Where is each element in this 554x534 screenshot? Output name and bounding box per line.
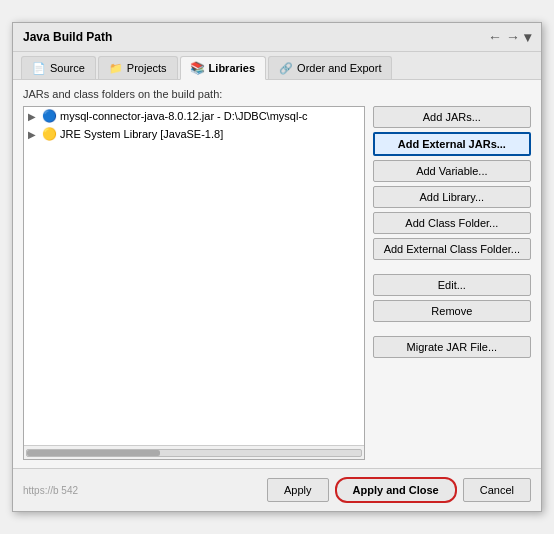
- scroll-thumb: [27, 450, 160, 456]
- dropdown-icon[interactable]: ▾: [524, 29, 531, 45]
- jre-icon: 🟡: [42, 127, 56, 141]
- forward-icon[interactable]: →: [506, 29, 520, 45]
- list-description: JARs and class folders on the build path…: [23, 88, 531, 100]
- mysql-jar-label: mysql-connector-java-8.0.12.jar - D:\JDB…: [60, 110, 308, 122]
- order-icon: 🔗: [279, 61, 293, 75]
- jar-list-content: ▶ 🔵 mysql-connector-java-8.0.12.jar - D:…: [24, 107, 364, 445]
- tab-projects[interactable]: 📁 Projects: [98, 56, 178, 79]
- list-item[interactable]: ▶ 🟡 JRE System Library [JavaSE-1.8]: [24, 125, 364, 143]
- add-variable-button[interactable]: Add Variable...: [373, 160, 531, 182]
- apply-button[interactable]: Apply: [267, 478, 329, 502]
- source-icon: 📄: [32, 61, 46, 75]
- content-area: JARs and class folders on the build path…: [13, 80, 541, 468]
- add-library-button[interactable]: Add Library...: [373, 186, 531, 208]
- edit-button[interactable]: Edit...: [373, 274, 531, 296]
- tab-order-export[interactable]: 🔗 Order and Export: [268, 56, 392, 79]
- title-bar: Java Build Path ← → ▾: [13, 23, 541, 52]
- add-external-jars-button[interactable]: Add External JARs...: [373, 132, 531, 156]
- add-jars-button[interactable]: Add JARs...: [373, 106, 531, 128]
- tab-projects-label: Projects: [127, 62, 167, 74]
- back-icon[interactable]: ←: [488, 29, 502, 45]
- add-class-folder-button[interactable]: Add Class Folder...: [373, 212, 531, 234]
- tab-source-label: Source: [50, 62, 85, 74]
- watermark-text: https://b 542: [23, 485, 261, 496]
- horizontal-scrollbar[interactable]: [24, 445, 364, 459]
- add-external-class-folder-button[interactable]: Add External Class Folder...: [373, 238, 531, 260]
- java-build-path-dialog: Java Build Path ← → ▾ 📄 Source 📁 Project…: [12, 22, 542, 512]
- dialog-bottom-buttons: https://b 542 Apply Apply and Close Canc…: [13, 468, 541, 511]
- db-jar-icon: 🔵: [42, 109, 56, 123]
- main-panel: ▶ 🔵 mysql-connector-java-8.0.12.jar - D:…: [23, 106, 531, 460]
- expand-arrow-icon: ▶: [28, 111, 38, 122]
- action-buttons-panel: Add JARs... Add External JARs... Add Var…: [373, 106, 531, 460]
- jre-lib-label: JRE System Library [JavaSE-1.8]: [60, 128, 223, 140]
- tab-source[interactable]: 📄 Source: [21, 56, 96, 79]
- libraries-icon: 📚: [191, 61, 205, 75]
- cancel-button[interactable]: Cancel: [463, 478, 531, 502]
- scroll-track: [26, 449, 362, 457]
- expand-arrow-icon: ▶: [28, 129, 38, 140]
- apply-and-close-button[interactable]: Apply and Close: [335, 477, 457, 503]
- migrate-jar-button[interactable]: Migrate JAR File...: [373, 336, 531, 358]
- tab-order-label: Order and Export: [297, 62, 381, 74]
- tabs-bar: 📄 Source 📁 Projects 📚 Libraries 🔗 Order …: [13, 52, 541, 80]
- tab-libraries[interactable]: 📚 Libraries: [180, 56, 266, 80]
- jar-list[interactable]: ▶ 🔵 mysql-connector-java-8.0.12.jar - D:…: [23, 106, 365, 460]
- tab-libraries-label: Libraries: [209, 62, 255, 74]
- remove-button[interactable]: Remove: [373, 300, 531, 322]
- list-item[interactable]: ▶ 🔵 mysql-connector-java-8.0.12.jar - D:…: [24, 107, 364, 125]
- title-bar-controls: ← → ▾: [488, 29, 531, 45]
- dialog-title: Java Build Path: [23, 30, 112, 44]
- projects-icon: 📁: [109, 61, 123, 75]
